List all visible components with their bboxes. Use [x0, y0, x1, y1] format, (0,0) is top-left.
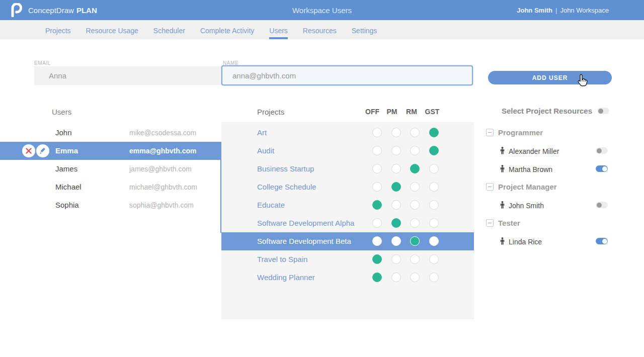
role-radio-gst[interactable]	[429, 182, 439, 192]
role-radio-rm[interactable]	[410, 254, 420, 264]
resource-group-row: Tester	[483, 214, 612, 232]
role-radio-off[interactable]	[372, 200, 382, 210]
project-row: Audit	[221, 142, 474, 160]
account-info[interactable]: John Smith | John Workspace	[517, 0, 609, 20]
collapse-icon[interactable]	[486, 129, 494, 136]
resource-toggle[interactable]	[596, 202, 608, 208]
resource-group-label: Programmer	[498, 128, 543, 137]
role-radio-pm[interactable]	[391, 273, 401, 282]
role-radio-gst[interactable]	[429, 254, 439, 264]
person-icon	[500, 201, 505, 209]
resource-toggle[interactable]	[596, 238, 608, 244]
user-row-selected[interactable]: Emma emma@ghbvth.com	[0, 142, 222, 160]
role-radio-off[interactable]	[372, 164, 382, 173]
resource-group-row: Project Manager	[483, 178, 612, 196]
role-radio-pm[interactable]	[391, 218, 401, 228]
project-link[interactable]: Educate	[257, 201, 285, 209]
delete-x-icon	[26, 148, 32, 154]
role-radio-pm[interactable]	[391, 200, 401, 210]
role-radio-pm[interactable]	[391, 236, 401, 246]
role-radio-rm[interactable]	[410, 128, 420, 137]
role-radio-rm[interactable]	[410, 182, 420, 192]
tab-users[interactable]: Users	[269, 20, 288, 39]
role-radio-pm[interactable]	[391, 164, 401, 173]
project-row: Educate	[221, 196, 474, 214]
role-radio-off[interactable]	[372, 254, 382, 264]
person-icon	[500, 237, 505, 245]
email-field-label: EMAIL	[34, 60, 51, 66]
project-row: Art	[221, 124, 474, 142]
collapse-icon[interactable]	[486, 219, 494, 227]
resource-toggle[interactable]	[596, 147, 608, 154]
tab-complete-activity[interactable]: Complete Activity	[200, 20, 254, 38]
project-link[interactable]: College Schedule	[257, 183, 316, 191]
column-header-off: OFF	[363, 108, 382, 116]
role-radio-gst[interactable]	[429, 218, 439, 228]
user-row[interactable]: James james@ghbvth.com	[0, 160, 222, 178]
column-header-pm: PM	[382, 108, 401, 116]
user-email: sophia@ghbvth.com	[129, 201, 194, 209]
main-nav: Projects Resource Usage Scheduler Comple…	[0, 20, 644, 39]
role-radio-off[interactable]	[372, 128, 382, 137]
user-row[interactable]: Michael michael@ghbvth.com	[0, 178, 222, 196]
project-link[interactable]: Software Development Beta	[257, 237, 351, 245]
edit-user-button[interactable]	[36, 144, 49, 157]
role-radio-off[interactable]	[372, 146, 382, 155]
role-radio-off[interactable]	[372, 218, 382, 228]
name-field[interactable]	[221, 65, 473, 85]
project-row: Business Startup	[221, 160, 474, 178]
project-row-selected: Software Development Beta	[221, 232, 474, 250]
resource-group-label: Project Manager	[498, 183, 557, 191]
role-radio-gst[interactable]	[429, 146, 439, 155]
project-link[interactable]: Audit	[257, 146, 274, 155]
role-radio-pm[interactable]	[391, 254, 401, 264]
resources-panel-title: Select Project Resources	[502, 107, 592, 115]
user-row[interactable]: John mike@csodessa.com	[0, 124, 222, 142]
role-radio-rm[interactable]	[410, 236, 420, 246]
projects-panel-title: Projects	[257, 108, 284, 116]
role-radio-rm[interactable]	[410, 146, 420, 155]
project-link[interactable]: Wedding Planner	[257, 273, 315, 282]
user-email: michael@ghbvth.com	[129, 183, 197, 191]
app-header: ConceptDraw PLAN Workspace Users John Sm…	[0, 0, 644, 20]
role-radio-gst[interactable]	[429, 236, 439, 246]
project-link[interactable]: Business Startup	[257, 164, 314, 173]
tab-settings[interactable]: Settings	[352, 20, 377, 38]
role-radio-gst[interactable]	[429, 273, 439, 282]
role-radio-rm[interactable]	[410, 218, 420, 228]
role-radio-pm[interactable]	[391, 146, 401, 155]
project-row: Software Development Alpha	[221, 214, 474, 232]
tab-resource-usage[interactable]: Resource Usage	[86, 20, 138, 38]
tab-projects[interactable]: Projects	[45, 20, 71, 38]
role-radio-rm[interactable]	[410, 273, 420, 282]
role-radio-gst[interactable]	[429, 164, 439, 173]
resources-master-toggle[interactable]	[597, 108, 609, 114]
project-link[interactable]: Software Development Alpha	[257, 219, 354, 227]
role-radio-off[interactable]	[372, 182, 382, 192]
user-row[interactable]: Sophia sophia@ghbvth.com	[0, 196, 222, 214]
collapse-icon[interactable]	[486, 183, 494, 191]
resource-toggle[interactable]	[596, 165, 608, 172]
role-radio-rm[interactable]	[410, 164, 420, 173]
email-field[interactable]	[34, 66, 221, 85]
project-link[interactable]: Art	[257, 128, 267, 137]
project-row: Travel to Spain	[221, 250, 474, 269]
account-separator: |	[555, 7, 557, 14]
resource-row: Martha Brown	[483, 160, 612, 178]
account-workspace-name: John Workspace	[560, 7, 609, 14]
role-radio-gst[interactable]	[429, 200, 439, 210]
tab-scheduler[interactable]: Scheduler	[153, 20, 185, 38]
role-radio-off[interactable]	[372, 236, 382, 246]
role-radio-off[interactable]	[372, 273, 382, 282]
user-email: james@ghbvth.com	[129, 165, 192, 173]
role-radio-pm[interactable]	[391, 128, 401, 137]
project-link[interactable]: Travel to Spain	[257, 255, 307, 263]
role-radio-pm[interactable]	[391, 182, 401, 192]
role-radio-gst[interactable]	[429, 128, 439, 137]
user-name: James	[55, 164, 77, 173]
add-user-button[interactable]: ADD USER	[488, 71, 612, 84]
project-row: Wedding Planner	[221, 269, 474, 287]
role-radio-rm[interactable]	[410, 200, 420, 210]
delete-user-button[interactable]	[22, 144, 35, 157]
tab-resources[interactable]: Resources	[303, 20, 337, 38]
